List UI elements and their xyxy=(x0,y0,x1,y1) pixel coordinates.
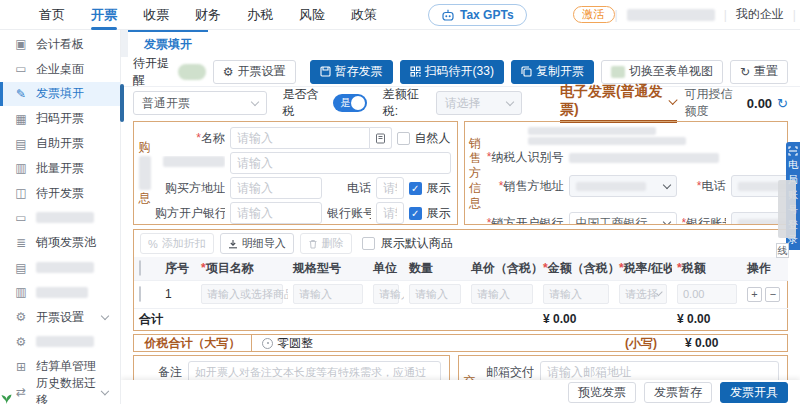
sidebar-item-history-migration[interactable]: ⇄历史数据迁移 xyxy=(0,379,120,404)
buyer-taxid-label-redacted xyxy=(155,156,225,170)
select-all-cell xyxy=(134,257,160,280)
save-draft-button[interactable]: 暂存发票 xyxy=(310,60,393,84)
invoice-settings-button[interactable]: ⚙ 开票设置 xyxy=(213,60,296,84)
buyer-section: 购 息 *名称 自然人 购买方地址 xyxy=(133,121,458,225)
total-row: 合计 ¥ 0.00 ¥ 0.00 xyxy=(134,308,788,330)
buyer-taxid-input[interactable] xyxy=(230,152,451,174)
contact-book-icon xyxy=(375,133,386,144)
divider: | xyxy=(615,8,618,22)
buyer-account-input[interactable] xyxy=(376,202,404,224)
divider: | xyxy=(724,8,727,22)
switch-form-view-button[interactable]: 切换至表单视图 xyxy=(601,60,723,84)
buyer-name-input[interactable] xyxy=(230,127,370,149)
seller-section-label: 销 售 方 信 息 xyxy=(469,122,482,224)
show-phone-checkbox[interactable] xyxy=(409,182,422,195)
col-unit: 单位 xyxy=(368,257,404,280)
nav-home[interactable]: 首页 xyxy=(26,0,78,30)
pending-reminder-label: 待开提醒 xyxy=(133,55,171,89)
seller-company-redacted xyxy=(486,127,782,149)
wallet-icon: ▭ xyxy=(14,211,28,225)
row-checkbox[interactable] xyxy=(139,286,141,302)
invoice-title-dropdown[interactable]: 电子发票(普通发票) xyxy=(560,83,677,123)
my-company-link[interactable]: 我的企业 xyxy=(736,6,784,23)
buyer-phone-label: 电话 xyxy=(327,180,371,197)
add-discount-button[interactable]: %添加折扣 xyxy=(140,233,214,254)
sidebar-item-redacted[interactable]: ▥ xyxy=(0,280,120,305)
nav-tax[interactable]: 办税 xyxy=(234,0,286,30)
sidebar-item-invoice-fill[interactable]: ✎发票填开 xyxy=(0,82,120,107)
nav-risk[interactable]: 风险 xyxy=(286,0,338,30)
seller-bank-select[interactable]: 中国工商银行 xyxy=(569,212,677,225)
invoice-title: 电子发票(普通发票) xyxy=(560,83,665,119)
select-all-checkbox[interactable] xyxy=(139,260,141,276)
refresh-credit-icon[interactable]: ↻ xyxy=(777,96,788,111)
detail-import-button[interactable]: 明细导入 xyxy=(220,233,294,254)
total-label: 合计 xyxy=(134,308,196,330)
reset-button[interactable]: ↻ 重置 xyxy=(730,60,788,84)
tab-invoice-fill[interactable]: 发票填开 xyxy=(128,30,208,57)
sidebar-item-batch-invoice[interactable]: ▥批量开票 xyxy=(0,156,120,181)
amount-upper-label: 价税合计（大写） xyxy=(134,335,252,351)
tax-rate-select[interactable]: 请选择 xyxy=(619,284,667,304)
sidebar-item-invoice-settings[interactable]: ⚙开票设置 xyxy=(0,305,120,330)
sidebar-item-redacted[interactable]: ▤ xyxy=(0,255,120,280)
item-name-input[interactable]: 请输入或选择商品≡ xyxy=(201,284,283,304)
refresh-icon: ↻ xyxy=(740,65,750,79)
spec-input[interactable]: 请输入 xyxy=(293,284,363,304)
activate-button[interactable]: 激活 xyxy=(573,6,615,23)
pen-icon: ✎ xyxy=(14,87,28,101)
sidebar-item-scan-invoice[interactable]: ▦扫码开票 xyxy=(0,106,120,131)
nav-finance[interactable]: 财务 xyxy=(182,0,234,30)
sidebar-item-redacted[interactable]: ⚙ xyxy=(0,330,120,355)
sidebar-item-dashboard[interactable]: ▣会计看板 xyxy=(0,32,120,57)
show-account-checkbox[interactable] xyxy=(409,207,422,220)
scan-icon xyxy=(788,146,798,156)
buyer-phone-input[interactable] xyxy=(376,177,404,199)
show-default-goods-checkbox[interactable] xyxy=(362,237,375,250)
amount-input[interactable]: 请输入 xyxy=(543,284,609,304)
col-spec: 规格型号 xyxy=(288,257,368,280)
credit-limit: 可用授信额度 0.00 ↻ xyxy=(685,86,788,120)
preview-invoice-button[interactable]: 预览发票 xyxy=(568,382,636,403)
barcode-icon: ▥ xyxy=(14,285,28,299)
sidebar-item-label: 会计看板 xyxy=(36,36,84,53)
sidebar-item-output-invoice-pool[interactable]: ≣销项发票池 xyxy=(0,230,120,255)
seller-address-select[interactable] xyxy=(569,175,677,197)
nav-receipts[interactable]: 收票 xyxy=(130,0,182,30)
unit-price-input[interactable]: 请输入 xyxy=(471,284,533,304)
sidebar-item-pending-invoice[interactable]: ◫待开发票 xyxy=(0,181,120,206)
buyer-bank-input[interactable] xyxy=(230,202,322,224)
scrollbar-thumb[interactable] xyxy=(120,84,124,122)
qty-input[interactable]: 请输入 xyxy=(409,284,461,304)
sidebar-item-self-invoice[interactable]: ▤自助开票 xyxy=(0,131,120,156)
credit-limit-label: 可用授信额度 xyxy=(685,86,742,120)
redacted-label xyxy=(36,287,88,298)
seller-taxid-redacted xyxy=(569,153,719,163)
buyer-address-input[interactable] xyxy=(230,177,322,199)
issue-invoice-button[interactable]: 发票开具 xyxy=(720,382,788,403)
natural-person-checkbox[interactable] xyxy=(397,132,410,145)
remove-row-button[interactable]: − xyxy=(765,287,780,302)
info-circle-icon xyxy=(262,338,273,349)
delete-row-button[interactable]: 删除 xyxy=(300,233,352,254)
invoice-draft-button[interactable]: 发票暂存 xyxy=(644,382,712,403)
natural-person-label: 自然人 xyxy=(415,130,451,147)
sidebar-item-desktop[interactable]: ▭企业桌面 xyxy=(0,57,120,82)
contact-book-button[interactable] xyxy=(370,127,392,149)
scan-pending-button[interactable]: 扫码待开(33) xyxy=(400,60,504,84)
copy-invoice-button[interactable]: 复制开票 xyxy=(511,60,594,84)
sidebar-item-label: 销项发票池 xyxy=(36,234,96,251)
invoice-type-select[interactable]: 普通开票 xyxy=(133,91,267,115)
nav-policy[interactable]: 政策 xyxy=(338,0,390,30)
add-row-button[interactable]: + xyxy=(747,287,762,302)
sidebar-item-redacted[interactable]: ▭ xyxy=(0,206,120,231)
tax-amount-input[interactable]: 0.00 xyxy=(677,284,737,304)
amount-summary-row: 价税合计（大写） 零圆整 (小写) ¥ 0.00 xyxy=(133,334,788,352)
divider: | xyxy=(793,8,796,22)
tax-gpts-button[interactable]: Tax GPTs xyxy=(428,4,527,26)
chevron-down-icon xyxy=(101,386,109,394)
unit-input[interactable]: 请输入 xyxy=(373,284,399,304)
diff-tax-select[interactable]: 请选择 xyxy=(436,91,522,115)
tax-included-toggle[interactable]: 是 xyxy=(333,94,367,112)
nav-invoicing[interactable]: 开票 xyxy=(78,0,130,30)
